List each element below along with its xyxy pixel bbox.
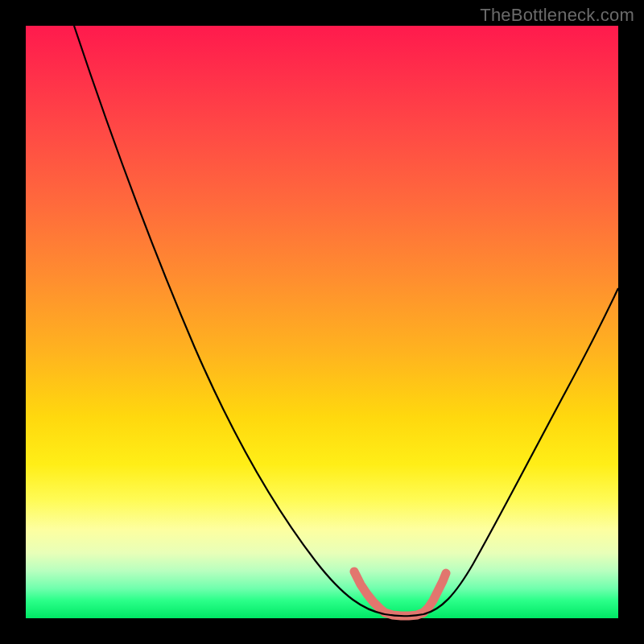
highlight-left-segment	[354, 572, 385, 613]
plot-area	[26, 26, 618, 618]
bottleneck-curve-svg	[26, 26, 618, 618]
chart-frame: TheBottleneck.com	[0, 0, 644, 644]
watermark-text: TheBottleneck.com	[480, 5, 634, 26]
highlight-right-segment	[423, 573, 446, 613]
bottleneck-curve	[74, 26, 618, 616]
